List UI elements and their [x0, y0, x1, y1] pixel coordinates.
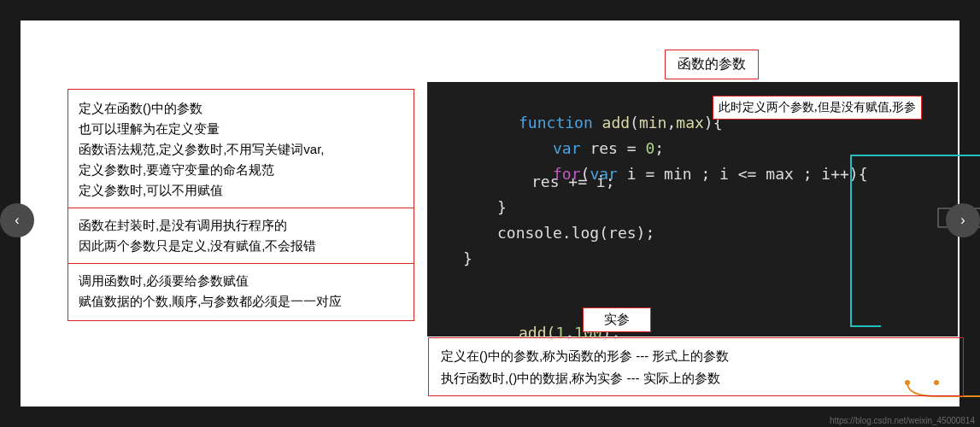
- summary-line: 定义在()中的参数,称为函数的形参 --- 形式上的参数: [441, 345, 951, 367]
- explain-line: 定义在函数()中的参数: [79, 98, 403, 119]
- code-text: i = min ; i <= max ; i++: [618, 165, 849, 183]
- explain-line: 调用函数时,必须要给参数赋值: [79, 271, 403, 291]
- next-button[interactable]: ›: [946, 203, 980, 237]
- code-line: }: [497, 198, 507, 216]
- prev-button[interactable]: ‹: [0, 203, 34, 237]
- explain-line: 也可以理解为在定义变量: [79, 119, 403, 139]
- chevron-right-icon: ›: [960, 213, 965, 228]
- watermark: https://blog.csdn.net/weixin_45000814: [830, 416, 975, 425]
- chevron-left-icon: ‹: [15, 213, 19, 228]
- code-block: function add(min,max){ var res = 0; for(…: [427, 82, 958, 336]
- explain-line: 函数在封装时,是没有调用执行程序的: [79, 215, 403, 236]
- code-line: console.log(res);: [497, 224, 654, 242]
- punct: ,: [666, 114, 676, 132]
- explain-line: 赋值数据的个数,顺序,与参数都必须是一一对应: [79, 291, 403, 312]
- param-max: max: [676, 114, 704, 132]
- formal-param-note: 此时定义两个参数,但是没有赋值,形参: [713, 96, 922, 120]
- explain-line: 定义参数时,要遵守变量的命名规范: [79, 160, 403, 180]
- slide: 函数的参数 定义在函数()中的参数 也可以理解为在定义变量 函数语法规范,定义参…: [21, 20, 959, 407]
- bottom-summary: 定义在()中的参数,称为函数的形参 --- 形式上的参数 执行函数时,()中的数…: [428, 337, 964, 396]
- punct: ){: [849, 165, 868, 183]
- explain-line: 因此两个参数只是定义,没有赋值,不会报错: [79, 236, 403, 256]
- actual-param-note: 实参: [583, 307, 651, 332]
- code-line: res += i;: [531, 173, 615, 190]
- explain-line: 定义参数时,可以不用赋值: [79, 180, 403, 201]
- explanation-box: 定义在函数()中的参数 也可以理解为在定义变量 函数语法规范,定义参数时,不用写…: [67, 89, 414, 321]
- code-line: }: [463, 249, 472, 267]
- explain-line: 函数语法规范,定义参数时,不用写关键词var,: [79, 139, 403, 160]
- summary-line: 执行函数时,()中的数据,称为实参 --- 实际上的参数: [441, 367, 951, 389]
- top-label: 函数的参数: [665, 50, 759, 79]
